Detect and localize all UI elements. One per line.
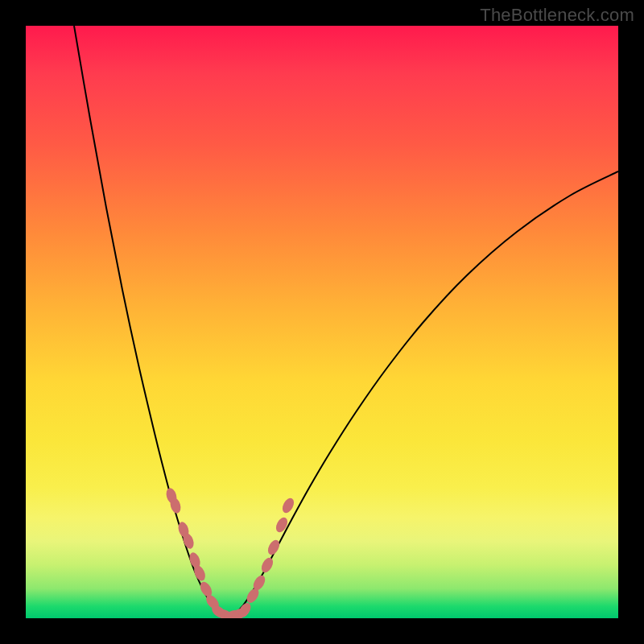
dot <box>259 555 275 574</box>
bottleneck-curve <box>26 26 618 618</box>
attribution-label: TheBottleneck.com <box>480 5 634 26</box>
dot <box>266 538 282 556</box>
curve-left-branch <box>74 26 229 617</box>
plot-area <box>26 26 618 618</box>
curve-right-branch <box>229 171 618 617</box>
dot <box>280 496 296 514</box>
chart-frame: TheBottleneck.com <box>0 0 644 644</box>
dot <box>274 515 290 534</box>
curve-dots <box>164 487 296 618</box>
